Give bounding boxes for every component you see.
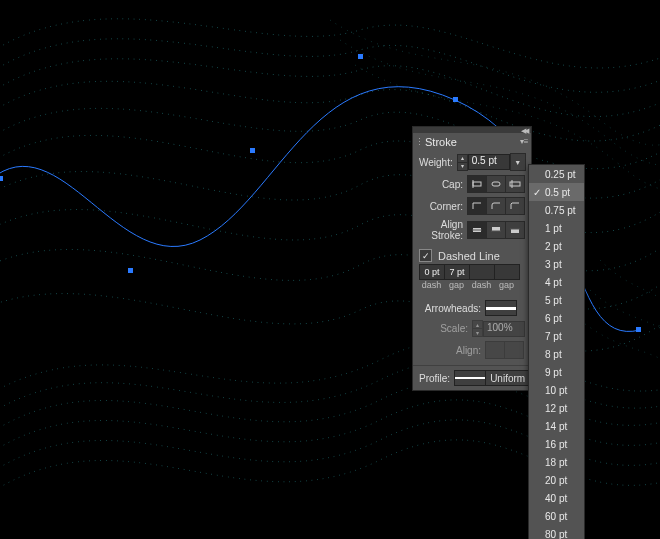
weight-dropdown-list[interactable]: 0.25 pt0.5 pt0.75 pt1 pt2 pt3 pt4 pt5 pt… (528, 164, 585, 539)
scale-stepper: ▴▾ (472, 320, 483, 337)
weight-option[interactable]: 60 pt (529, 507, 584, 525)
svg-rect-5 (453, 97, 458, 102)
dashed-line-label: Dashed Line (438, 250, 500, 262)
weight-option[interactable]: 3 pt (529, 255, 584, 273)
dash-sublabel-3: dash (469, 280, 494, 290)
weight-option[interactable]: 80 pt (529, 525, 584, 539)
cap-label: Cap: (419, 179, 467, 190)
corner-round-button[interactable] (487, 197, 506, 215)
weight-option[interactable]: 18 pt (529, 453, 584, 471)
weight-option[interactable]: 4 pt (529, 273, 584, 291)
weight-option[interactable]: 0.75 pt (529, 201, 584, 219)
cap-round-button[interactable] (487, 175, 506, 193)
svg-rect-14 (492, 182, 500, 186)
gap-input-2[interactable] (495, 264, 520, 280)
weight-label: Weight: (419, 157, 457, 168)
svg-rect-1 (0, 176, 3, 181)
weight-stepper[interactable]: ▴▾ (457, 154, 468, 171)
svg-rect-21 (511, 229, 519, 233)
svg-rect-4 (358, 54, 363, 59)
dash-sublabel-2: gap (444, 280, 469, 290)
weight-option[interactable]: 40 pt (529, 489, 584, 507)
weight-option[interactable]: 6 pt (529, 309, 584, 327)
dash-input-2[interactable] (470, 264, 495, 280)
svg-rect-19 (492, 227, 500, 231)
weight-option[interactable]: 12 pt (529, 399, 584, 417)
corner-bevel-button[interactable] (506, 197, 525, 215)
arrow-align-end-button (505, 341, 524, 359)
svg-rect-12 (473, 182, 481, 186)
svg-rect-2 (128, 268, 133, 273)
panel-grip-icon[interactable]: ⋮ (413, 137, 425, 147)
cap-projecting-button[interactable] (506, 175, 525, 193)
align-center-button[interactable] (467, 221, 487, 239)
weight-input[interactable]: 0.5 pt (468, 154, 510, 170)
arrowhead-start-select[interactable] (485, 300, 517, 316)
dashed-line-checkbox[interactable]: ✓ (419, 249, 432, 262)
align-outside-button[interactable] (506, 221, 525, 239)
dash-input-1[interactable]: 0 pt (419, 264, 445, 280)
weight-option[interactable]: 5 pt (529, 291, 584, 309)
weight-option[interactable]: 10 pt (529, 381, 584, 399)
stroke-panel: ◀◀ ⋮ Stroke ▾≡ Weight: ▴▾ 0.5 pt ▼ Cap: … (412, 126, 532, 391)
weight-option[interactable]: 7 pt (529, 327, 584, 345)
dash-sublabel-1: dash (419, 280, 444, 290)
cap-butt-button[interactable] (467, 175, 487, 193)
scale-label: Scale: (419, 323, 472, 334)
profile-preview[interactable] (454, 370, 486, 386)
weight-option[interactable]: 8 pt (529, 345, 584, 363)
profile-value[interactable]: Uniform (486, 370, 530, 386)
svg-rect-7 (636, 327, 641, 332)
weight-option[interactable]: 0.25 pt (529, 165, 584, 183)
weight-option[interactable]: 16 pt (529, 435, 584, 453)
scale-input: 100% (483, 321, 525, 337)
profile-label: Profile: (419, 373, 454, 384)
corner-label: Corner: (419, 201, 467, 212)
corner-miter-button[interactable] (467, 197, 487, 215)
svg-rect-3 (250, 148, 255, 153)
panel-tabbar[interactable]: ◀◀ (413, 127, 531, 133)
weight-option[interactable]: 14 pt (529, 417, 584, 435)
panel-title: Stroke (425, 136, 517, 148)
align-arrow-label: Align: (419, 345, 485, 356)
weight-dropdown-button[interactable]: ▼ (510, 153, 526, 171)
dash-sublabel-4: gap (494, 280, 519, 290)
arrowheads-label: Arrowheads: (419, 303, 485, 314)
arrow-align-tip-button (485, 341, 505, 359)
weight-option[interactable]: 20 pt (529, 471, 584, 489)
weight-option[interactable]: 9 pt (529, 363, 584, 381)
panel-menu-icon[interactable]: ▾≡ (517, 138, 531, 146)
weight-option[interactable]: 2 pt (529, 237, 584, 255)
gap-input-1[interactable]: 7 pt (445, 264, 470, 280)
align-inside-button[interactable] (487, 221, 506, 239)
align-stroke-label: Align Stroke: (419, 219, 467, 241)
weight-option[interactable]: 0.5 pt (529, 183, 584, 201)
weight-option[interactable]: 1 pt (529, 219, 584, 237)
